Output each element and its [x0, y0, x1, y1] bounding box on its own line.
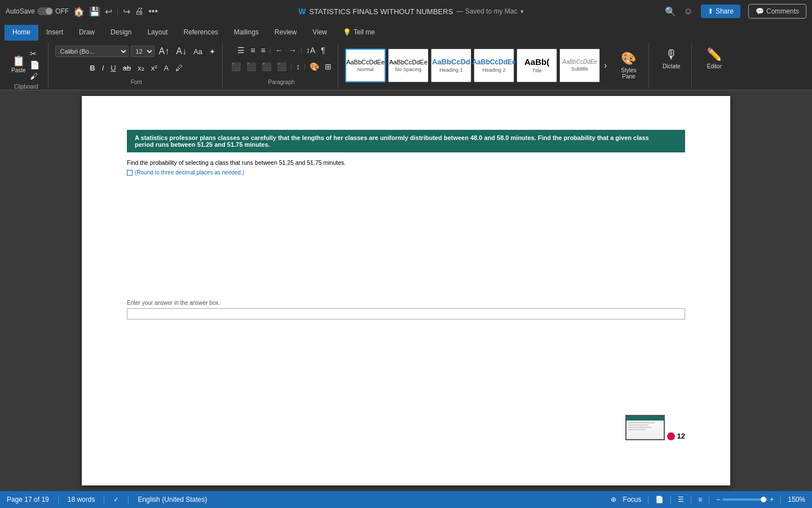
styles-pane-icon: 🎨 — [621, 51, 636, 66]
tab-review[interactable]: Review — [267, 25, 304, 41]
autosave-knob — [46, 8, 52, 15]
numbering-icon[interactable]: ≡ — [249, 45, 257, 55]
statusbar-left: Page 17 of 19 18 words ✓ English (United… — [7, 496, 207, 503]
document-area: A statistics professor plans classes so … — [0, 90, 812, 491]
subscript-button[interactable]: x₂ — [135, 63, 147, 73]
layout-icon[interactable]: 📄 — [655, 496, 664, 503]
highlight-icon[interactable]: 🖊 — [173, 63, 185, 73]
underline-button[interactable]: U — [108, 63, 118, 73]
editor-button[interactable]: ✏️ Editor — [699, 45, 730, 72]
comments-button[interactable]: 💬 Comments — [748, 4, 806, 19]
emoji-icon[interactable]: ☺ — [684, 6, 693, 16]
status-divider3 — [128, 496, 129, 503]
borders-icon[interactable]: ⊞ — [323, 62, 333, 72]
ribbon-tabs: Home Insert Draw Design Layout Reference… — [0, 23, 812, 41]
font-name-select[interactable]: Calibri (Bo... — [55, 46, 129, 57]
paragraph-row1: ☰ ≡ ≡ | ← → | ↕A ¶ — [236, 45, 326, 55]
copy-icon[interactable]: 📄 — [28, 60, 41, 70]
undo-icon[interactable]: ↩ — [105, 6, 112, 17]
italic-button[interactable]: I — [100, 63, 107, 73]
align-right-icon[interactable]: ⬛ — [260, 62, 273, 72]
align-center-icon[interactable]: ⬛ — [245, 62, 258, 72]
align-left-icon[interactable]: ⬛ — [230, 62, 242, 72]
share-icon: ⬆ — [708, 7, 713, 15]
titlebar: AutoSave OFF 🏠 💾 ↩ | ↪ 🖨 ••• W STATISTIC… — [0, 0, 812, 23]
answer-box-area: Enter your answer in the answer box. — [127, 300, 685, 319]
bullets-icon[interactable]: ☰ — [236, 45, 246, 55]
styles-pane-button[interactable]: 🎨 StylesPane — [613, 49, 644, 82]
multilevel-list-icon[interactable]: ≡ — [259, 45, 267, 55]
shading-icon[interactable]: 🎨 — [308, 62, 321, 72]
tab-home[interactable]: Home — [5, 25, 38, 41]
tab-references[interactable]: References — [175, 25, 226, 41]
thumb-line2 — [628, 424, 648, 426]
grow-font-icon[interactable]: A↑ — [157, 45, 172, 58]
sort-icon[interactable]: ↕A — [304, 45, 317, 55]
strikethrough-button[interactable]: ab — [121, 63, 133, 73]
format-painter-icon[interactable]: 🖌 — [28, 71, 41, 81]
style-normal[interactable]: AaBbCcDdEe Normal — [345, 49, 386, 82]
list-view-icon[interactable]: ☰ — [678, 496, 684, 503]
justify-icon[interactable]: ⬛ — [275, 62, 288, 72]
comments-icon: 💬 — [756, 7, 764, 15]
tab-layout[interactable]: Layout — [139, 25, 175, 41]
tab-draw[interactable]: Draw — [71, 25, 103, 41]
focus-label[interactable]: Focus — [623, 496, 642, 503]
zoom-slider[interactable] — [722, 498, 767, 501]
styles-pane-label: StylesPane — [621, 67, 636, 80]
increase-indent-icon[interactable]: → — [287, 45, 298, 55]
zoom-out-icon[interactable]: − — [716, 496, 720, 503]
para-divider3: | — [290, 63, 292, 71]
proofing-icon[interactable]: ✓ — [113, 496, 119, 503]
answer-input[interactable] — [127, 308, 685, 319]
saved-status: — Saved to my Mac — [456, 7, 517, 15]
tab-tell-me[interactable]: 💡Tell me — [335, 25, 383, 41]
style-subtitle[interactable]: AaBbCcDdEe Subtitle — [559, 49, 600, 82]
paragraph-section: ☰ ≡ ≡ | ← → | ↕A ¶ ⬛ ⬛ ⬛ ⬛ | ↕ | 🎨 ⊞ Par… — [225, 43, 338, 87]
status-divider4 — [648, 496, 648, 503]
redo-icon[interactable]: ↪ — [123, 6, 130, 17]
superscript-button[interactable]: x² — [149, 63, 160, 73]
clear-formatting-icon[interactable]: ✦ — [207, 46, 218, 57]
print-layout-icon[interactable]: 🖨 — [135, 6, 144, 16]
line-spacing-icon[interactable]: ↕ — [294, 62, 302, 72]
clipboard-section: 📋 Paste ✂ 📄 🖌 Clipboard — [5, 43, 48, 87]
bold-button[interactable]: B — [87, 63, 97, 73]
share-button[interactable]: ⬆ Share — [701, 5, 740, 18]
change-case-icon[interactable]: Aa — [191, 46, 205, 57]
tab-insert[interactable]: Insert — [38, 25, 71, 41]
style-heading2[interactable]: AaBbCcDdEe Heading 2 — [474, 49, 514, 82]
save-icon[interactable]: 💾 — [89, 6, 100, 17]
style-heading1[interactable]: AaBbCcDd Heading 1 — [431, 49, 471, 82]
answer-box-label: Enter your answer in the answer box. — [127, 300, 685, 306]
font-size-select[interactable]: 12 — [131, 46, 155, 57]
cut-icon[interactable]: ✂ — [28, 49, 41, 59]
font-color-icon[interactable]: A — [161, 63, 171, 73]
outline-view-icon[interactable]: ≡ — [698, 496, 702, 503]
style-no-spacing[interactable]: AaBbCcDdEe No Spacing — [388, 49, 429, 82]
status-divider2 — [104, 496, 104, 503]
thumb-header-bar — [626, 416, 664, 421]
style-title[interactable]: AaBb( Title — [517, 49, 557, 82]
thumb-image[interactable] — [625, 415, 665, 440]
zoom-thumb — [761, 497, 766, 502]
show-hide-icon[interactable]: ¶ — [319, 45, 327, 55]
tab-mailings[interactable]: Mailings — [226, 25, 267, 41]
tab-design[interactable]: Design — [103, 25, 139, 41]
thumb-number: 12 — [677, 432, 685, 440]
search-icon[interactable]: 🔍 — [665, 6, 676, 17]
tab-view[interactable]: View — [304, 25, 335, 41]
styles-section: AaBbCcDdEe Normal AaBbCcDdEe No Spacing … — [341, 43, 649, 87]
more-options-icon[interactable]: ••• — [148, 6, 158, 16]
shrink-font-icon[interactable]: A↓ — [174, 45, 189, 58]
para-divider4: | — [304, 63, 306, 71]
decrease-indent-icon[interactable]: ← — [273, 45, 285, 55]
paste-button[interactable]: 📋 Paste ✂ 📄 🖌 — [9, 45, 43, 82]
autosave-toggle[interactable]: AutoSave OFF — [6, 7, 69, 15]
styles-more-icon[interactable]: › — [602, 60, 608, 71]
dictate-button[interactable]: 🎙 Dictate — [656, 45, 687, 72]
home-icon[interactable]: 🏠 — [73, 6, 85, 17]
zoom-in-icon[interactable]: + — [770, 496, 774, 503]
focus-icon: ⊕ — [611, 496, 616, 503]
answer-checkbox[interactable] — [127, 170, 133, 176]
